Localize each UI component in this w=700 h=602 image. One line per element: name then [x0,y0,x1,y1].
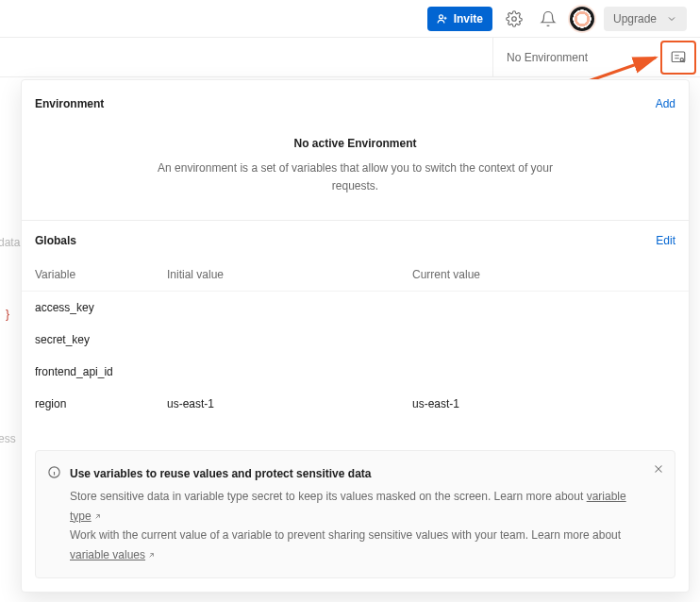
cell-initial: us-east-1 [167,397,412,410]
variable-values-link[interactable]: variable values [70,548,156,561]
environment-quicklook-button[interactable] [660,41,696,75]
invite-label: Invite [454,12,483,25]
upgrade-button[interactable]: Upgrade [604,7,687,31]
environment-quicklook-panel: Environment Add No active Environment An… [21,79,690,593]
info-line-1: Store sensitive data in variable type se… [70,487,637,526]
upgrade-label: Upgrade [613,12,657,25]
environment-section: Environment Add No active Environment An… [22,80,689,221]
col-variable: Variable [35,268,167,281]
person-plus-icon [437,13,448,25]
table-row: access_key [22,292,689,324]
cell-current [412,301,675,314]
svg-point-3 [680,59,683,61]
quicklook-icon [670,49,687,66]
external-link-icon [147,551,156,560]
top-bar: Invite Upgrade [0,0,700,38]
invite-button[interactable]: Invite [427,7,492,31]
globals-section: Globals Edit Variable Initial value Curr… [22,221,689,592]
bell-icon[interactable] [536,7,560,31]
cell-variable: region [35,397,167,410]
info-icon [47,465,61,485]
svg-point-1 [512,16,517,21]
info-box: Use variables to reuse values and protec… [35,450,675,578]
external-link-icon [93,512,102,521]
table-row: secret_key [22,324,689,356]
add-environment-button[interactable]: Add [656,97,675,110]
cell-current [412,333,675,346]
avatar[interactable] [570,7,594,31]
edit-globals-button[interactable]: Edit [656,234,675,247]
close-icon[interactable] [652,462,665,481]
cell-variable: frontend_api_id [35,365,167,378]
svg-point-0 [439,14,442,18]
table-row: frontend_api_id [22,356,689,388]
cell-initial [167,365,412,378]
col-current: Current value [412,268,675,281]
environment-heading: Environment [35,97,104,110]
cell-initial [167,333,412,346]
table-row: region us-east-1 us-east-1 [22,388,689,420]
no-env-title: No active Environment [35,137,675,150]
globals-heading: Globals [35,234,76,247]
settings-icon[interactable] [502,7,526,31]
globals-table: Variable Initial value Current value acc… [22,259,689,420]
cell-current [412,365,675,378]
environment-bar: No Environment [0,38,700,77]
chevron-down-icon [666,13,677,25]
col-initial: Initial value [167,268,412,281]
cell-current: us-east-1 [412,397,675,410]
cell-variable: access_key [35,301,167,314]
info-title: Use variables to reuse values and protec… [70,464,637,483]
no-env-desc: An environment is a set of variables tha… [148,159,563,195]
background-gutter: data } ess [0,77,21,602]
table-header: Variable Initial value Current value [22,259,689,292]
info-line-2: Work with the current value of a variabl… [70,526,637,564]
cell-initial [167,301,412,314]
cell-variable: secret_key [35,333,167,346]
environment-selected: No Environment [507,51,588,64]
